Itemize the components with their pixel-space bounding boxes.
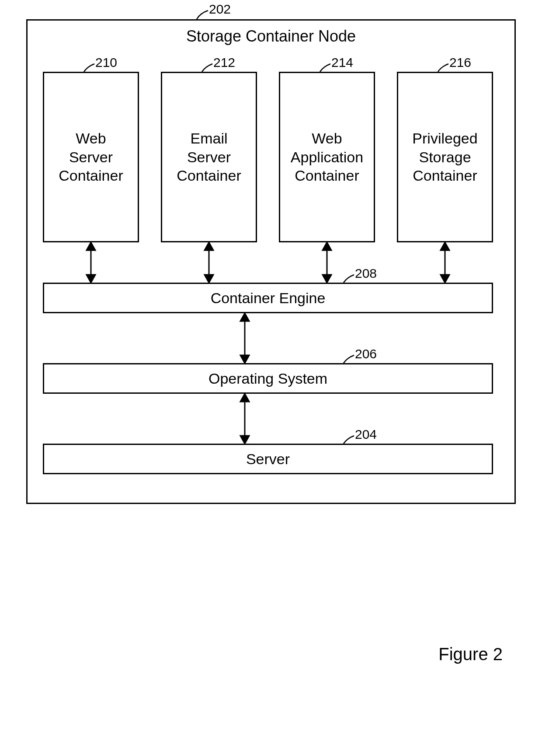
svg-marker-13 (240, 313, 249, 321)
svg-marker-8 (323, 275, 331, 283)
svg-marker-14 (240, 355, 249, 363)
diagram-canvas: Storage Container Node 202 Web Server Co… (0, 0, 542, 756)
svg-marker-2 (87, 275, 95, 283)
svg-marker-1 (87, 242, 95, 250)
svg-marker-7 (323, 242, 331, 250)
svg-marker-11 (441, 275, 449, 283)
svg-marker-5 (205, 275, 213, 283)
svg-marker-17 (240, 436, 249, 444)
svg-marker-10 (441, 242, 449, 250)
svg-marker-16 (240, 394, 249, 402)
bidir-arrow-icon (0, 0, 542, 756)
figure-caption: Figure 2 (438, 644, 503, 664)
svg-marker-4 (205, 242, 213, 250)
